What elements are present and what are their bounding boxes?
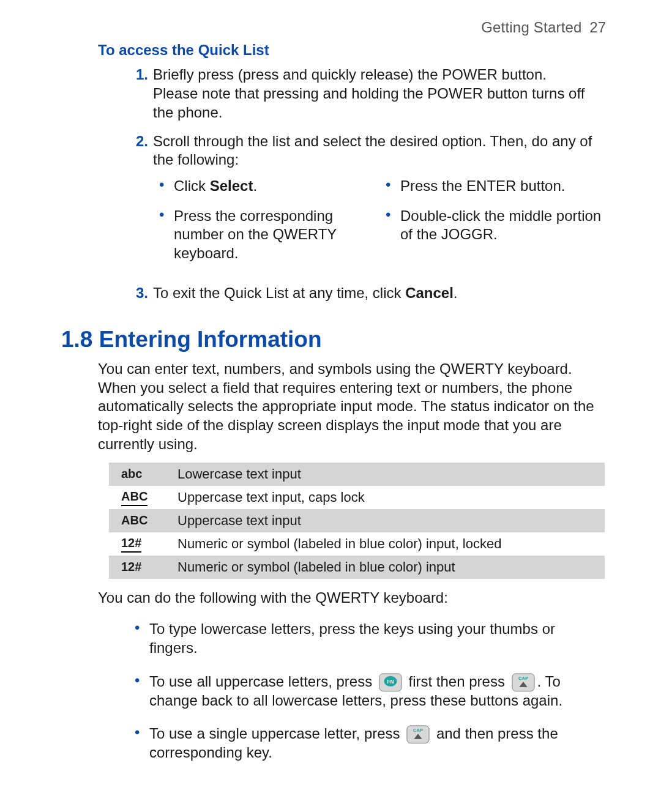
mode-description: Uppercase text input — [171, 509, 605, 532]
document-page: Getting Started 27 To access the Quick L… — [0, 0, 661, 810]
kb-item-lowercase: To type lowercase letters, press the key… — [135, 616, 606, 668]
text-bold: Cancel — [405, 285, 454, 301]
text: Click — [174, 177, 210, 194]
table-row: 12# Numeric or symbol (labeled in blue c… — [109, 556, 605, 579]
mode-indicator-numeric: 12# — [109, 556, 171, 579]
text-bold: Select — [210, 177, 253, 194]
step-2-options: Click Select. Press the corresponding nu… — [153, 174, 606, 272]
fn-key-icon: FN — [379, 673, 402, 691]
mode-description: Numeric or symbol (labeled in blue color… — [171, 532, 605, 556]
mode-description: Lowercase text input — [171, 463, 605, 486]
page-number: 27 — [589, 19, 606, 35]
svg-text:CAP: CAP — [413, 728, 423, 734]
section-title: Entering Information — [99, 327, 322, 352]
option-double-click-joggr: Double-click the middle portion of the J… — [386, 204, 606, 253]
step-number: 3. — [129, 284, 148, 303]
text: To use a single uppercase letter, press — [149, 725, 404, 742]
table-row: ABC Uppercase text input — [109, 509, 605, 532]
step-3: 3. To exit the Quick List at any time, c… — [135, 281, 606, 310]
step-2: 2. Scroll through the list and select th… — [135, 130, 606, 281]
mode-indicator-numeric-locked: 12# — [109, 532, 171, 556]
step-text: . — [454, 285, 458, 301]
cap-key-icon: CAP — [406, 725, 430, 743]
kb-item-uppercase-all: To use all uppercase letters, press FN f… — [135, 669, 606, 721]
table-row: ABC Uppercase text input, caps lock — [109, 486, 605, 509]
option-click-select: Click Select. — [159, 174, 379, 204]
chapter-name: Getting Started — [481, 19, 581, 35]
options-col-right: Press the ENTER button. Double-click the… — [379, 174, 606, 272]
option-press-enter: Press the ENTER button. — [386, 174, 606, 204]
svg-text:FN: FN — [387, 679, 394, 685]
step-text: Briefly press (press and quickly release… — [153, 66, 547, 83]
input-mode-table: abc Lowercase text input ABC Uppercase t… — [109, 463, 605, 579]
mode-indicator-abc-lower: abc — [109, 463, 171, 486]
text: first then press — [405, 673, 509, 690]
step-text: To exit the Quick List at any time, clic… — [153, 285, 405, 301]
section-intro: You can enter text, numbers, and symbols… — [98, 360, 606, 454]
step-number: 1. — [129, 65, 148, 84]
kb-item-uppercase-single: To use a single uppercase letter, press … — [135, 721, 606, 773]
section-heading: 1.8 Entering Information — [61, 325, 606, 354]
mode-description: Uppercase text input, caps lock — [171, 486, 605, 509]
running-header: Getting Started 27 — [61, 18, 606, 37]
subheading-quick-list: To access the Quick List — [98, 41, 606, 60]
step-text: Scroll through the list and select the d… — [153, 133, 592, 168]
mode-indicator-abc-upper: ABC — [109, 509, 171, 532]
step-text: Please note that pressing and holding th… — [153, 85, 584, 121]
mode-description: Numeric or symbol (labeled in blue color… — [171, 556, 605, 579]
table-row: abc Lowercase text input — [109, 463, 605, 486]
section-number: 1.8 — [61, 327, 92, 352]
table-row: 12# Numeric or symbol (labeled in blue c… — [109, 532, 605, 556]
keyboard-instructions: To type lowercase letters, press the key… — [135, 616, 606, 773]
option-press-number: Press the corresponding number on the QW… — [159, 204, 379, 272]
cap-key-icon: CAP — [512, 673, 535, 691]
svg-text:CAP: CAP — [518, 676, 528, 681]
text: . — [253, 177, 257, 194]
step-number: 2. — [129, 132, 148, 151]
options-col-left: Click Select. Press the corresponding nu… — [153, 174, 379, 272]
keyboard-intro: You can do the following with the QWERTY… — [98, 589, 606, 608]
quick-list-steps: 1. Briefly press (press and quickly rele… — [135, 63, 606, 310]
text: To use all uppercase letters, press — [149, 673, 376, 690]
mode-indicator-abc-caps-lock: ABC — [109, 486, 171, 509]
step-1: 1. Briefly press (press and quickly rele… — [135, 63, 606, 129]
